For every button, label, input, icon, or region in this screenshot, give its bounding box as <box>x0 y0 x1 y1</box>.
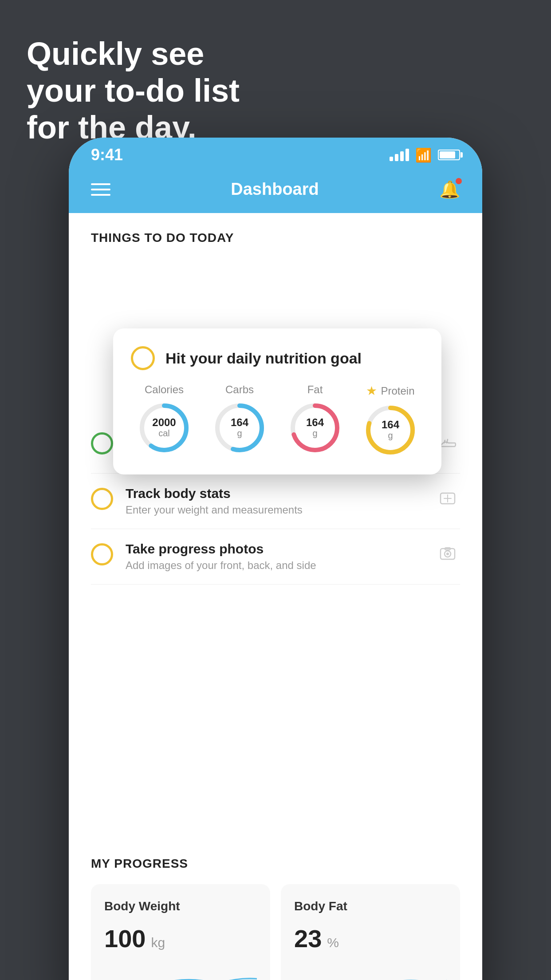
phone: 9:41 📶 Dashboard <box>69 138 482 980</box>
nutrition-grid: Calories 2000 cal Carbs <box>131 383 424 457</box>
todo-circle-bodystats <box>91 488 113 510</box>
status-icons: 📶 <box>390 147 460 163</box>
nutrition-item-protein: ★ Protein 164 g <box>364 383 417 457</box>
todo-text-bodystats: Track body stats Enter your weight and m… <box>126 486 423 516</box>
body-weight-value: 100 <box>104 924 146 953</box>
nutrition-item-calories: Calories 2000 cal <box>138 383 191 457</box>
progress-cards: Body Weight 100 kg <box>91 884 460 980</box>
status-bar: 9:41 📶 <box>69 138 482 169</box>
body-weight-unit: kg <box>151 935 165 950</box>
body-weight-card[interactable]: Body Weight 100 kg <box>91 884 270 980</box>
todo-text-photos: Take progress photos Add images of your … <box>126 541 423 572</box>
nutrition-card-title: Hit your daily nutrition goal <box>165 350 362 367</box>
body-fat-card[interactable]: Body Fat 23 % <box>281 884 460 980</box>
phone-wrapper: 9:41 📶 Dashboard <box>69 138 482 968</box>
todo-name-photos: Take progress photos <box>126 541 423 557</box>
nutrition-item-carbs: Carbs 164 g <box>213 383 266 457</box>
carbs-donut: 164 g <box>213 401 266 454</box>
nutrition-card-header: Hit your daily nutrition goal <box>131 346 424 370</box>
todo-circle-photos <box>91 543 113 565</box>
progress-section: MY PROGRESS Body Weight 100 kg <box>69 834 482 980</box>
todo-name-bodystats: Track body stats <box>126 486 423 501</box>
body-fat-value: 23 <box>294 924 322 953</box>
main-content: THINGS TO DO TODAY Running Track your st… <box>69 213 482 834</box>
todo-sub-photos: Add images of your front, back, and side <box>126 559 423 572</box>
body-fat-unit: % <box>327 935 339 950</box>
progress-section-title: MY PROGRESS <box>91 857 460 871</box>
nutrition-circle-check <box>131 346 155 370</box>
scale-icon <box>435 486 460 511</box>
fat-donut: 164 g <box>288 401 342 454</box>
carbs-label: Carbs <box>225 383 254 396</box>
menu-icon[interactable] <box>91 183 110 196</box>
body-fat-value-row: 23 % <box>294 924 447 953</box>
nav-bar: Dashboard 🔔 <box>69 169 482 213</box>
calories-label: Calories <box>145 383 184 396</box>
signal-icon <box>390 149 409 161</box>
calories-donut: 2000 cal <box>138 401 191 454</box>
body-weight-title: Body Weight <box>104 899 257 913</box>
list-item[interactable]: Track body stats Enter your weight and m… <box>91 474 460 529</box>
things-section-title: THINGS TO DO TODAY <box>91 231 460 245</box>
battery-icon <box>438 150 460 160</box>
protein-donut: 164 g <box>364 403 417 457</box>
nutrition-card: Hit your daily nutrition goal Calories 2… <box>113 328 441 474</box>
body-fat-title: Body Fat <box>294 899 447 913</box>
wifi-icon: 📶 <box>415 147 432 163</box>
nutrition-item-fat: Fat 164 g <box>288 383 342 457</box>
notification-dot <box>456 178 462 184</box>
photo-icon <box>435 541 460 566</box>
body-weight-value-row: 100 kg <box>104 924 257 953</box>
todo-circle-running <box>91 432 113 454</box>
hero-text: Quickly see your to-do list for the day. <box>27 36 240 146</box>
body-fat-chart <box>294 962 447 980</box>
nav-title: Dashboard <box>231 180 319 199</box>
notification-bell-icon[interactable]: 🔔 <box>439 180 460 199</box>
todo-sub-bodystats: Enter your weight and measurements <box>126 504 423 516</box>
svg-point-5 <box>446 553 449 555</box>
protein-label: Protein <box>381 385 414 397</box>
status-time: 9:41 <box>91 146 123 164</box>
body-weight-chart <box>104 962 257 980</box>
protein-star-icon: ★ <box>366 383 377 398</box>
fat-label: Fat <box>307 383 323 396</box>
list-item[interactable]: Take progress photos Add images of your … <box>91 529 460 585</box>
